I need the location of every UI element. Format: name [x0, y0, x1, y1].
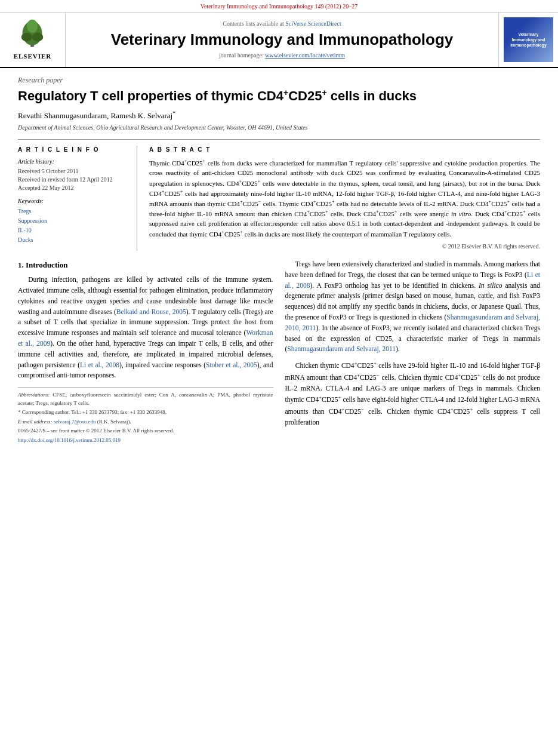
- abstract-heading: A B S T R A C T: [149, 146, 540, 154]
- svg-point-5: [27, 20, 38, 33]
- email-link[interactable]: selvaraj.7@osu.edu: [54, 419, 96, 425]
- main-content: Research paper Regulatory T cell propert…: [0, 68, 558, 455]
- intro-para2: Tregs have been extensively characterize…: [285, 259, 541, 355]
- license-line: 0165-2427/$ – see front matter © 2012 El…: [18, 427, 273, 435]
- history-section: Article history: Received 5 October 2011…: [18, 158, 128, 192]
- keywords-section: Keywords: Tregs Suppression IL-10 Ducks: [18, 197, 128, 245]
- ref-shanmuga1[interactable]: Shanmugasundaram and Selvaraj, 2010, 201…: [285, 314, 541, 331]
- sciverse-link[interactable]: SciVerse ScienceDirect: [285, 20, 341, 27]
- keywords-label: Keywords:: [18, 197, 128, 205]
- intro-para1: During infection, pathogens are killed b…: [18, 275, 273, 381]
- ref-li2[interactable]: Li et al., 2008: [285, 271, 541, 289]
- accepted-date: Accepted 22 May 2012: [18, 184, 128, 192]
- body-section: 1. Introduction During infection, pathog…: [18, 259, 540, 445]
- ref-stober[interactable]: Stober et al., 2005: [206, 361, 257, 368]
- authors-line: Revathi Shanmugasundaram, Ramesh K. Selv…: [18, 109, 540, 122]
- keyword-suppression[interactable]: Suppression: [18, 217, 47, 224]
- body-col-right: Tregs have been extensively characterize…: [285, 259, 541, 445]
- keywords-list: Tregs Suppression IL-10 Ducks: [18, 207, 128, 245]
- elsevier-logo: ELSEVIER: [14, 18, 52, 61]
- ref-li2008[interactable]: Li et al., 2008: [80, 361, 119, 368]
- elsevier-logo-area: ELSEVIER: [0, 13, 66, 67]
- article-type: Research paper: [18, 75, 540, 85]
- elsevier-tree-icon: [14, 18, 50, 51]
- article-info-abstract: A R T I C L E I N F O Article history: R…: [18, 139, 540, 251]
- journal-title-area: Contents lists available at SciVerse Sci…: [66, 13, 498, 67]
- svg-point-4: [32, 33, 43, 42]
- author-names: Revathi Shanmugasundaram, Ramesh K. Selv…: [18, 111, 172, 120]
- keyword-il10[interactable]: IL-10: [18, 227, 32, 233]
- ref-belkaid[interactable]: Belkaid and Rouse, 2005: [116, 308, 186, 315]
- ref-shanmuga2[interactable]: Shanmugasundaram and Selvaraj, 2011: [287, 345, 396, 352]
- doi-line: http://dx.doi.org/10.1016/j.vetimm.2012.…: [18, 437, 273, 445]
- doi-link[interactable]: http://dx.doi.org/10.1016/j.vetimm.2012.…: [18, 437, 121, 443]
- body-col-left: 1. Introduction During infection, pathog…: [18, 259, 273, 445]
- abbreviations-line: Abbreviations: CFSE, carboxyfluorescein …: [18, 391, 273, 407]
- journal-title: Veterinary Immunology and Immunopatholog…: [111, 30, 454, 49]
- revised-date: Received in revised form 12 April 2012: [18, 176, 128, 184]
- history-label: Article history:: [18, 158, 128, 166]
- article-info-panel: A R T I C L E I N F O Article history: R…: [18, 146, 137, 251]
- abbreviations-label: Abbreviations:: [18, 392, 50, 398]
- copyright: © 2012 Elsevier B.V. All rights reserved…: [149, 242, 540, 251]
- abstract-text: Thymic CD4+CD25+ cells from ducks were c…: [149, 158, 540, 239]
- journal-homepage-link[interactable]: www.elsevier.com/locate/vetimm: [265, 52, 345, 59]
- article-info-heading: A R T I C L E I N F O: [18, 146, 128, 154]
- sciverse-line: Contents lists available at SciVerse Sci…: [223, 20, 341, 28]
- journal-thumbnail: Veterinary Immunology and Immunopatholog…: [504, 17, 553, 62]
- corresponding-line: * Corresponding author. Tel.: +1 330 263…: [18, 408, 273, 417]
- svg-point-3: [21, 33, 32, 42]
- journal-citation: Veterinary Immunology and Immunopatholog…: [201, 3, 357, 10]
- elsevier-text: ELSEVIER: [14, 52, 52, 61]
- intro-heading: 1. Introduction: [18, 259, 273, 271]
- affiliation: Department of Animal Sciences, Ohio Agri…: [18, 124, 540, 132]
- abstract-panel: A B S T R A C T Thymic CD4+CD25+ cells f…: [149, 146, 540, 251]
- journal-thumbnail-area: Veterinary Immunology and Immunopatholog…: [498, 13, 558, 67]
- email-line: E-mail address: selvaraj.7@osu.edu (R.K.…: [18, 418, 273, 426]
- keyword-ducks[interactable]: Ducks: [18, 236, 33, 243]
- journal-header: ELSEVIER Contents lists available at Sci…: [0, 13, 558, 68]
- abbreviations-text: CFSE, carboxyfluorescein succinimidyl es…: [18, 392, 273, 406]
- received-date: Received 5 October 2011: [18, 167, 128, 176]
- journal-citation-bar: Veterinary Immunology and Immunopatholog…: [0, 0, 558, 13]
- footnote-area: Abbreviations: CFSE, carboxyfluorescein …: [18, 387, 273, 444]
- page: Veterinary Immunology and Immunopatholog…: [0, 0, 558, 756]
- ref-workman[interactable]: Workman et al., 2009: [18, 329, 273, 347]
- article-title: Regulatory T cell properties of thymic C…: [18, 88, 540, 105]
- keyword-tregs[interactable]: Tregs: [18, 208, 31, 214]
- article-title-text: Regulatory T cell properties of thymic C…: [18, 88, 283, 103]
- intro-para3: Chicken thymic CD4+CD25+ cells have 29-f…: [285, 359, 541, 428]
- journal-homepage-line: journal homepage: www.elsevier.com/locat…: [219, 51, 345, 60]
